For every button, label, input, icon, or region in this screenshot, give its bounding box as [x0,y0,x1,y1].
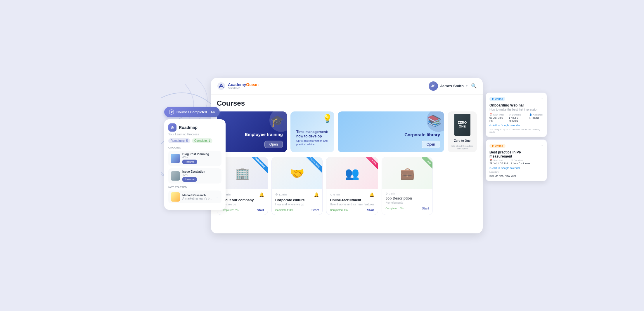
search-icon[interactable]: 🔍 [471,83,477,89]
roadmap-subtitle: Your Learning Progress [168,133,221,136]
event-duration-value-0: 1 hour 0 minutes [509,116,526,122]
event-popup-header-1: Offline ··· [489,143,543,148]
market-desc: A marketing team's best friend and mu... [182,197,213,200]
online-dot [492,98,494,100]
course-body-1: ⏱ 11 min 🔔 Corporate culture How and whe… [272,189,322,215]
roadmap-item-market[interactable]: Market Research A marketing team's best … [168,191,221,203]
roadmap-tags: Remaining, 5 Complete, 1 [168,138,221,143]
employee-training-card[interactable]: 🎓 Employee training Open [217,111,287,152]
roadmap-title: Roadmap [179,125,198,130]
courses-completed-badge: ↻ Courses Completed 1/6 [164,107,220,117]
event-title-1: Best practice in PR measurement [489,150,543,158]
banner-wrap-1: Onboarding [305,157,322,175]
page-title: Courses [217,99,477,107]
course-progress-1: Completed: 0% [275,209,293,212]
corporate-library-card[interactable]: 📚 Corporate library Open [338,111,444,152]
event-start-label-1: 📅 Start time: [489,159,508,162]
book-card[interactable]: ZEROONE Zero to One Info about the autho… [448,111,477,152]
event-duration-1: ⏱ Duration: 1 hour 0 minutes [511,159,530,165]
blog-pct: 40% [182,156,219,159]
more-btn-0[interactable]: ··· [539,96,543,102]
book-title: Zero to One [454,139,470,142]
event-assigned-0: 👤 Assigned: 4 Teams [529,113,543,122]
courses-grid: Onboarding 🏢 ⏱ 9 min 🔔 About our company… [217,157,477,215]
market-arrow-icon: → [215,195,219,199]
blog-resume-btn[interactable]: Resume [182,160,197,164]
calendar-link-0[interactable]: G Add to Google calendar [489,124,543,127]
course-subtitle-0: What we do [221,203,264,206]
courses-completed-label: Courses Completed [176,110,207,114]
user-profile[interactable]: JS James Smith ▾ [429,81,468,91]
course-footer-0: Completed: 0% Start [221,208,264,212]
event-start-value-0: 05 Jul, 7:00 PM [489,116,506,122]
calendar-link-1[interactable]: G Add to Google calendar [489,167,543,170]
course-meta-2: ⏱ 5 min 🔔 [330,192,374,197]
issue-pct: 40% [182,173,219,176]
course-footer-1: Completed: 0% Start [275,208,319,212]
course-card-3[interactable]: Job 💼 ⏱ 7 min Job Description Key elemen… [382,157,433,215]
event-title-0: Onboarding Webinar [489,103,543,107]
logo-icon [217,82,226,90]
event-popup-header-0: Online ··· [489,96,543,102]
sync-icon: ↻ [169,109,174,115]
course-title-2: Online-recruitment [330,198,374,202]
tag-remaining: Remaining, 5 [168,138,190,143]
location-label-1: Location: [489,171,543,173]
course-start-btn-1[interactable]: Start [311,208,319,212]
course-body-3: ⏱ 7 min Job Description Key elements Com… [382,189,432,213]
svg-point-2 [427,111,444,132]
roadmap-header: ⊕ Roadmap [168,123,221,132]
course-start-btn-3[interactable]: Start [422,207,429,210]
course-time-2: ⏱ 5 min [330,193,340,196]
issue-title: Issue Escalation [182,170,219,173]
course-card-1[interactable]: Onboarding 🤝 ⏱ 11 min 🔔 Corporate cultur… [271,157,323,215]
issue-info: Issue Escalation 40% Resume [182,170,219,182]
course-card-2[interactable]: HR's 👥 ⏱ 5 min 🔔 Online-recruitment How … [326,157,378,215]
left-panel: ↻ Courses Completed 1/6 ⊕ Roadmap Your L… [164,107,226,210]
time-illus: 💡 [322,114,333,123]
banner-wrap-2: HR's [360,157,378,175]
market-info: Market Research A marketing team's best … [182,194,213,200]
course-start-btn-2[interactable]: Start [367,208,374,212]
logo-subtitle: SmartLMS [228,87,259,90]
event-start-1: 📅 Start time: 29 Jul, 4:38 PM [489,159,508,165]
roadmap-card: ⊕ Roadmap Your Learning Progress Remaini… [164,119,226,210]
book-desc: Info about the author description [450,145,475,150]
time-card-title: Time management: how to develop [296,130,328,138]
hr-banner-2: HR's [366,157,378,170]
issue-resume-btn[interactable]: Resume [182,177,197,182]
course-progress-3: Completed: 0% [385,207,404,210]
course-subtitle-2: How it works and its main features [330,203,374,206]
user-name: James Smith [440,84,464,88]
logo-text-area: AcademyOcean SmartLMS [228,83,259,90]
right-panel: Online ··· Onboarding Webinar How to mak… [486,92,547,181]
course-start-btn-0[interactable]: Start [257,208,264,212]
event-note-0: You can join up to 15 minutes before the… [489,128,543,133]
course-body-2: ⏱ 5 min 🔔 Online-recruitment How it work… [326,189,378,215]
event-subtitle-0: How to make the best first impression [489,108,543,111]
course-title-1: Corporate culture [275,198,319,202]
roadmap-item-issue: Issue Escalation 40% Resume [168,168,221,184]
course-alert-icon-2: 🔔 [369,192,374,197]
blog-info: Blog Post Planning 40% Resume [182,153,219,164]
event-popup-online: Online ··· Onboarding Webinar How to mak… [486,92,547,137]
market-thumb [171,192,180,202]
online-label: Online [495,97,503,100]
course-alert-icon-1: 🔔 [314,192,319,197]
courses-completed-count: 1/6 [211,110,215,114]
event-start-value-1: 29 Jul, 4:38 PM [489,162,508,165]
time-management-card[interactable]: 💡 Time management: how to develop Up-to-… [290,111,334,152]
time-card-desc: Up-to-date information and practical adv… [296,139,328,146]
course-alert-icon-0: 🔔 [259,192,264,197]
more-btn-1[interactable]: ··· [539,143,543,148]
roadmap-icon: ⊕ [168,123,176,132]
roadmap-item-blog: Blog Post Planning 40% Resume [168,151,221,166]
event-assigned-value-0: 4 Teams [529,116,543,119]
event-popup-offline: Offline ··· Best practice in PR measurem… [486,139,547,181]
blog-thumb [171,154,180,163]
banner-wrap-3: Job [415,157,432,175]
main-content: AcademyOcean SmartLMS JS James Smith ▾ 🔍… [211,78,483,233]
logo-ocean: Ocean [246,82,259,87]
event-start-0: 📅 Start time: 05 Jul, 7:00 PM [489,113,506,122]
course-subtitle-3: Key elements [385,201,429,204]
